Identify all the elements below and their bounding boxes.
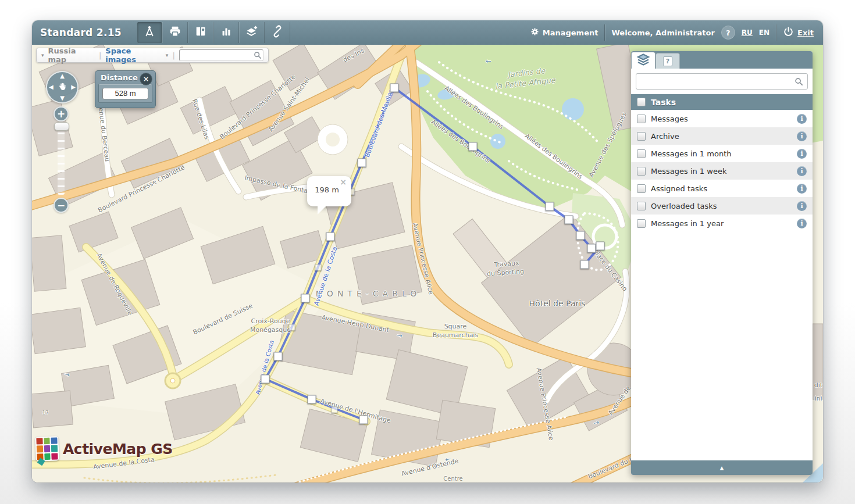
pan-up-icon[interactable]: ▲	[60, 73, 65, 79]
exit-label: Exit	[797, 28, 814, 37]
task-checkbox[interactable]	[637, 115, 646, 123]
segment-distance-value: 198 m	[307, 185, 347, 194]
tab-layers[interactable]	[631, 52, 656, 69]
measure-vertex[interactable]	[580, 260, 589, 269]
exit-button[interactable]: Exit	[783, 26, 814, 40]
pan-control[interactable]: ▲ ▼ ◀ ▶	[46, 71, 79, 103]
share-link-button[interactable]	[265, 22, 290, 43]
task-label: Assigned tasks	[651, 184, 792, 193]
task-row[interactable]: Messages in 1 weeki	[631, 162, 813, 180]
task-row[interactable]: Archivei	[631, 127, 813, 145]
info-icon[interactable]: i	[797, 219, 807, 228]
link-icon	[271, 25, 284, 40]
lang-en-label[interactable]: EN	[759, 28, 770, 37]
task-label: Messages	[651, 115, 792, 123]
app-window: Standard 2.15	[32, 20, 823, 482]
reports-button[interactable]	[188, 22, 213, 43]
info-icon[interactable]: i	[797, 149, 807, 159]
task-label: Archive	[651, 132, 792, 141]
measure-vertex-minor[interactable]	[315, 264, 322, 271]
task-checkbox[interactable]	[637, 184, 646, 193]
help-doc-icon: ?	[663, 56, 672, 66]
task-checkbox[interactable]	[637, 219, 646, 228]
task-checkbox[interactable]	[637, 132, 646, 141]
info-icon[interactable]: i	[797, 166, 807, 176]
measure-vertex[interactable]	[274, 352, 283, 361]
measure-vertex[interactable]	[261, 375, 270, 384]
chevron-down-icon[interactable]: ▾	[166, 52, 169, 58]
panel-collapse-button[interactable]: ▲	[631, 460, 813, 475]
measure-vertex[interactable]	[358, 159, 366, 167]
measure-vertex-minor[interactable]	[332, 407, 338, 413]
close-icon[interactable]: ×	[340, 178, 347, 186]
tasks-group-header: Tasks	[631, 94, 813, 110]
info-icon[interactable]: i	[797, 131, 807, 141]
brand-logo: ActiveMap GS	[35, 437, 173, 461]
pan-down-icon[interactable]: ▼	[60, 95, 65, 101]
base-map-select[interactable]: Russia map	[48, 47, 95, 64]
measure-vertex[interactable]	[576, 231, 585, 240]
measure-vertex-minor[interactable]	[289, 324, 295, 331]
distance-widget-body	[98, 84, 152, 103]
search-icon[interactable]	[254, 51, 262, 59]
add-layer-button[interactable]	[239, 22, 265, 43]
task-checkbox[interactable]	[637, 202, 646, 210]
help-button[interactable]: ?	[721, 26, 735, 40]
task-checkbox[interactable]	[637, 149, 646, 158]
measure-vertex[interactable]	[326, 233, 335, 241]
layers-panel: ? Tasks MessagesiArchiveiMessages in 1 m…	[631, 51, 813, 475]
layer-search-input[interactable]	[636, 73, 808, 90]
measure-vertex[interactable]	[359, 416, 368, 424]
tasks-group-checkbox[interactable]	[637, 98, 646, 106]
close-icon[interactable]: ×	[140, 73, 152, 85]
zoom-out-button[interactable]: −	[54, 198, 69, 213]
overlay-map-select[interactable]: Space images	[105, 47, 162, 64]
measure-vertex[interactable]	[587, 244, 596, 253]
toolbar-divider	[776, 24, 776, 41]
info-icon[interactable]: i	[797, 114, 807, 124]
distance-widget: Distance ×	[95, 70, 156, 108]
chevron-down-icon[interactable]: ▾	[41, 52, 44, 58]
zoom-in-button[interactable]: +	[54, 106, 69, 121]
welcome-label: Welcome, Administrator	[611, 28, 714, 37]
zoom-slider-track[interactable]	[58, 125, 65, 195]
measure-vertex[interactable]	[301, 294, 310, 303]
search-icon[interactable]	[795, 77, 803, 86]
task-row[interactable]: Overloaded tasksi	[631, 197, 813, 215]
brand-name: ActiveMap GS	[63, 441, 173, 457]
statistics-button[interactable]	[213, 22, 239, 43]
task-label: Messages in 1 week	[651, 167, 792, 176]
task-row[interactable]: Messages in 1 yeari	[631, 215, 813, 232]
map-viewport: des IrisJardins dela Petite AfriqueAllée…	[32, 45, 823, 482]
lang-ru-link[interactable]: RU	[742, 28, 753, 37]
print-button[interactable]	[162, 22, 188, 43]
report-book-icon	[194, 25, 207, 40]
info-icon[interactable]: i	[797, 184, 807, 194]
measure-tool-button[interactable]	[137, 22, 162, 43]
task-checkbox[interactable]	[637, 167, 646, 176]
main-toolbar: Standard 2.15	[32, 20, 823, 45]
task-row[interactable]: Assigned tasksi	[631, 180, 813, 197]
pan-right-icon[interactable]: ▶	[71, 84, 76, 90]
measure-vertex[interactable]	[565, 216, 573, 224]
map-search-input[interactable]	[181, 51, 257, 60]
task-row[interactable]: Messagesi	[631, 110, 813, 127]
toolbar-right: Management Welcome, Administrator ? RU E…	[530, 24, 823, 41]
tab-help[interactable]: ?	[656, 53, 680, 69]
printer-icon	[169, 25, 181, 40]
map-search-box	[179, 49, 263, 61]
task-row[interactable]: Messages in 1 monthi	[631, 145, 813, 162]
pan-left-icon[interactable]: ◀	[49, 84, 54, 90]
zoom-slider-handle[interactable]	[54, 122, 69, 131]
measure-vertex[interactable]	[469, 142, 478, 151]
measure-vertex[interactable]	[390, 84, 399, 92]
measure-vertex[interactable]	[596, 242, 605, 251]
management-button[interactable]: Management	[530, 27, 598, 38]
measure-vertex[interactable]	[546, 202, 554, 211]
distance-value-field[interactable]	[102, 88, 148, 99]
measure-compass-icon	[143, 25, 156, 40]
measure-vertex[interactable]	[308, 395, 316, 404]
info-icon[interactable]: i	[797, 201, 807, 211]
management-label: Management	[543, 28, 598, 37]
task-list: MessagesiArchiveiMessages in 1 monthiMes…	[631, 110, 813, 232]
